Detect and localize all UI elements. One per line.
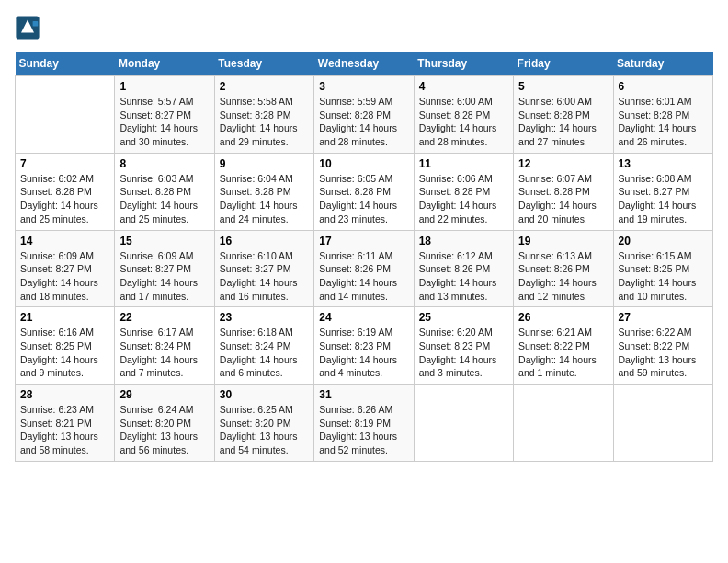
calendar-cell: 31Sunrise: 6:26 AM Sunset: 8:19 PM Dayli… xyxy=(314,385,414,462)
calendar-cell: 29Sunrise: 6:24 AM Sunset: 8:20 PM Dayli… xyxy=(115,385,214,462)
day-info: Sunrise: 6:17 AM Sunset: 8:24 PM Dayligh… xyxy=(119,326,209,380)
day-info: Sunrise: 6:23 AM Sunset: 8:21 PM Dayligh… xyxy=(20,403,109,457)
day-number: 26 xyxy=(518,311,608,324)
weekday-header-row: SundayMondayTuesdayWednesdayThursdayFrid… xyxy=(16,52,713,76)
calendar-cell: 27Sunrise: 6:22 AM Sunset: 8:22 PM Dayli… xyxy=(613,307,712,385)
day-info: Sunrise: 6:00 AM Sunset: 8:28 PM Dayligh… xyxy=(419,95,508,149)
weekday-header-monday: Monday xyxy=(115,52,214,76)
day-info: Sunrise: 6:01 AM Sunset: 8:28 PM Dayligh… xyxy=(619,95,708,149)
calendar-cell xyxy=(16,76,115,154)
calendar-cell: 7Sunrise: 6:02 AM Sunset: 8:28 PM Daylig… xyxy=(16,153,115,230)
day-info: Sunrise: 6:05 AM Sunset: 8:28 PM Dayligh… xyxy=(319,172,408,226)
day-info: Sunrise: 6:11 AM Sunset: 8:26 PM Dayligh… xyxy=(319,249,408,304)
day-info: Sunrise: 6:04 AM Sunset: 8:28 PM Dayligh… xyxy=(220,172,309,226)
calendar-cell: 19Sunrise: 6:13 AM Sunset: 8:26 PM Dayli… xyxy=(514,230,613,307)
day-number: 3 xyxy=(319,80,408,93)
weekday-header-wednesday: Wednesday xyxy=(314,52,414,76)
week-row-2: 7Sunrise: 6:02 AM Sunset: 8:28 PM Daylig… xyxy=(16,153,713,230)
calendar-cell: 28Sunrise: 6:23 AM Sunset: 8:21 PM Dayli… xyxy=(16,385,115,462)
day-info: Sunrise: 6:22 AM Sunset: 8:22 PM Dayligh… xyxy=(619,326,708,380)
calendar-cell: 15Sunrise: 6:09 AM Sunset: 8:27 PM Dayli… xyxy=(115,230,214,307)
day-info: Sunrise: 6:02 AM Sunset: 8:28 PM Dayligh… xyxy=(20,172,109,226)
day-number: 30 xyxy=(220,388,309,401)
day-number: 13 xyxy=(619,157,708,170)
day-number: 11 xyxy=(419,157,508,170)
calendar-cell: 2Sunrise: 5:58 AM Sunset: 8:28 PM Daylig… xyxy=(214,76,313,154)
day-number: 21 xyxy=(20,311,109,324)
day-number: 22 xyxy=(119,311,209,324)
day-number: 9 xyxy=(220,157,309,170)
calendar-cell: 17Sunrise: 6:11 AM Sunset: 8:26 PM Dayli… xyxy=(314,230,414,307)
day-number: 12 xyxy=(518,157,608,170)
calendar-cell: 3Sunrise: 5:59 AM Sunset: 8:28 PM Daylig… xyxy=(314,76,414,154)
day-info: Sunrise: 5:57 AM Sunset: 8:27 PM Dayligh… xyxy=(119,95,209,149)
day-info: Sunrise: 6:19 AM Sunset: 8:23 PM Dayligh… xyxy=(319,326,408,380)
calendar-cell: 14Sunrise: 6:09 AM Sunset: 8:27 PM Dayli… xyxy=(16,230,115,307)
day-number: 31 xyxy=(319,388,408,401)
calendar-cell: 23Sunrise: 6:18 AM Sunset: 8:24 PM Dayli… xyxy=(214,307,313,385)
day-number: 4 xyxy=(419,80,508,93)
day-info: Sunrise: 6:16 AM Sunset: 8:25 PM Dayligh… xyxy=(20,326,109,380)
day-number: 7 xyxy=(20,157,109,170)
calendar-cell: 12Sunrise: 6:07 AM Sunset: 8:28 PM Dayli… xyxy=(514,153,613,230)
day-number: 19 xyxy=(518,235,608,247)
day-number: 23 xyxy=(220,311,309,324)
day-number: 5 xyxy=(518,80,608,93)
day-number: 29 xyxy=(119,388,209,401)
day-number: 17 xyxy=(319,235,408,247)
calendar-cell: 21Sunrise: 6:16 AM Sunset: 8:25 PM Dayli… xyxy=(16,307,115,385)
calendar-cell: 16Sunrise: 6:10 AM Sunset: 8:27 PM Dayli… xyxy=(214,230,313,307)
calendar-cell: 10Sunrise: 6:05 AM Sunset: 8:28 PM Dayli… xyxy=(314,153,414,230)
calendar-cell: 9Sunrise: 6:04 AM Sunset: 8:28 PM Daylig… xyxy=(214,153,313,230)
calendar-cell: 11Sunrise: 6:06 AM Sunset: 8:28 PM Dayli… xyxy=(414,153,513,230)
day-number: 27 xyxy=(619,311,708,324)
week-row-3: 14Sunrise: 6:09 AM Sunset: 8:27 PM Dayli… xyxy=(16,230,713,307)
calendar-cell: 24Sunrise: 6:19 AM Sunset: 8:23 PM Dayli… xyxy=(314,307,414,385)
calendar-cell: 4Sunrise: 6:00 AM Sunset: 8:28 PM Daylig… xyxy=(414,76,513,154)
day-info: Sunrise: 6:08 AM Sunset: 8:27 PM Dayligh… xyxy=(619,172,708,226)
day-number: 15 xyxy=(119,235,209,247)
calendar-cell: 18Sunrise: 6:12 AM Sunset: 8:26 PM Dayli… xyxy=(414,230,513,307)
logo xyxy=(15,15,44,40)
day-info: Sunrise: 6:03 AM Sunset: 8:28 PM Dayligh… xyxy=(119,172,209,226)
weekday-header-thursday: Thursday xyxy=(414,52,513,76)
calendar-cell xyxy=(414,385,513,462)
calendar-cell xyxy=(613,385,712,462)
day-info: Sunrise: 6:09 AM Sunset: 8:27 PM Dayligh… xyxy=(20,249,109,304)
week-row-5: 28Sunrise: 6:23 AM Sunset: 8:21 PM Dayli… xyxy=(16,385,713,462)
day-info: Sunrise: 6:12 AM Sunset: 8:26 PM Dayligh… xyxy=(419,249,508,304)
week-row-1: 1Sunrise: 5:57 AM Sunset: 8:27 PM Daylig… xyxy=(16,76,713,154)
calendar-cell: 26Sunrise: 6:21 AM Sunset: 8:22 PM Dayli… xyxy=(514,307,613,385)
day-info: Sunrise: 5:58 AM Sunset: 8:28 PM Dayligh… xyxy=(220,95,309,149)
calendar-cell: 30Sunrise: 6:25 AM Sunset: 8:20 PM Dayli… xyxy=(214,385,313,462)
day-info: Sunrise: 6:00 AM Sunset: 8:28 PM Dayligh… xyxy=(518,95,608,149)
day-number: 1 xyxy=(119,80,209,93)
calendar-cell: 20Sunrise: 6:15 AM Sunset: 8:25 PM Dayli… xyxy=(613,230,712,307)
day-info: Sunrise: 6:06 AM Sunset: 8:28 PM Dayligh… xyxy=(419,172,508,226)
day-info: Sunrise: 6:24 AM Sunset: 8:20 PM Dayligh… xyxy=(119,403,209,457)
day-info: Sunrise: 6:25 AM Sunset: 8:20 PM Dayligh… xyxy=(220,403,309,457)
calendar-cell xyxy=(514,385,613,462)
day-info: Sunrise: 6:13 AM Sunset: 8:26 PM Dayligh… xyxy=(518,249,608,304)
calendar-cell: 25Sunrise: 6:20 AM Sunset: 8:23 PM Dayli… xyxy=(414,307,513,385)
day-number: 10 xyxy=(319,157,408,170)
weekday-header-friday: Friday xyxy=(514,52,613,76)
calendar-table: SundayMondayTuesdayWednesdayThursdayFrid… xyxy=(15,52,713,462)
day-number: 14 xyxy=(20,235,109,247)
day-number: 16 xyxy=(220,235,309,247)
calendar-cell: 22Sunrise: 6:17 AM Sunset: 8:24 PM Dayli… xyxy=(115,307,214,385)
day-info: Sunrise: 6:20 AM Sunset: 8:23 PM Dayligh… xyxy=(419,326,508,380)
calendar-cell: 1Sunrise: 5:57 AM Sunset: 8:27 PM Daylig… xyxy=(115,76,214,154)
calendar-cell: 8Sunrise: 6:03 AM Sunset: 8:28 PM Daylig… xyxy=(115,153,214,230)
calendar-cell: 5Sunrise: 6:00 AM Sunset: 8:28 PM Daylig… xyxy=(514,76,613,154)
weekday-header-saturday: Saturday xyxy=(613,52,712,76)
day-number: 25 xyxy=(419,311,508,324)
week-row-4: 21Sunrise: 6:16 AM Sunset: 8:25 PM Dayli… xyxy=(16,307,713,385)
day-number: 2 xyxy=(220,80,309,93)
calendar-cell: 6Sunrise: 6:01 AM Sunset: 8:28 PM Daylig… xyxy=(613,76,712,154)
weekday-header-tuesday: Tuesday xyxy=(214,52,313,76)
day-info: Sunrise: 6:18 AM Sunset: 8:24 PM Dayligh… xyxy=(220,326,309,380)
day-number: 6 xyxy=(619,80,708,93)
day-info: Sunrise: 6:15 AM Sunset: 8:25 PM Dayligh… xyxy=(619,249,708,304)
page-header xyxy=(15,15,713,40)
